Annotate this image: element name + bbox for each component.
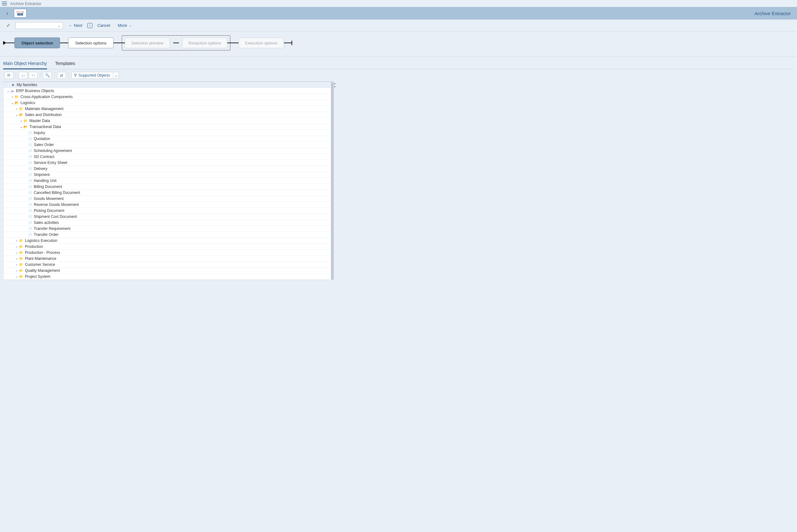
tree-leaf-picking-doc[interactable]: 📄Picking Document [3, 208, 334, 214]
filter-combo[interactable]: ∇Supported Objects ⌄ [71, 72, 119, 79]
more-button[interactable]: More ⌄ [115, 23, 134, 28]
check-icon[interactable]: ✓ [6, 22, 11, 28]
wizard-train: Object selection Selection options Selec… [0, 32, 797, 56]
expand-icon[interactable]: › [15, 275, 19, 279]
tree-leaf-handling-unit[interactable]: 📄Handling Unit [3, 178, 334, 184]
train-connector [60, 42, 68, 43]
collapse-icon[interactable]: ⌄ [11, 101, 14, 105]
doc-icon: 📄 [27, 155, 33, 159]
doc-icon: 📄 [27, 179, 33, 183]
top-bar: Archive Extractor [0, 0, 797, 7]
tab-main-hierarchy[interactable]: Main Object Hierarchy [3, 61, 47, 69]
tree-leaf-shipment-cost[interactable]: 📄Shipment Cost Document [3, 214, 334, 220]
tree-leaf-transfer-req[interactable]: 📄Transfer Requirement [3, 226, 334, 232]
tree-leaf-sd-contract[interactable]: 📄SD Contract [3, 154, 334, 160]
action-bar: ✓ ⌄ → Next i Cancel More ⌄ [0, 20, 797, 32]
layout-button[interactable]: ⇄ [57, 72, 66, 79]
expand-all-button[interactable]: ↓↓ [19, 72, 27, 79]
step-redaction-options: Redaction options [182, 38, 227, 48]
folder-icon: 📁 [19, 263, 24, 267]
tree-leaf-sales-activities[interactable]: 📄Sales activities [3, 220, 334, 226]
tree-node-sd[interactable]: ⌄ 📂 Sales and Distribution [3, 112, 334, 118]
tree-node-production-proc[interactable]: › 📁 Production - Process [3, 250, 334, 256]
tree-leaf-shipment[interactable]: 📄Shipment [3, 172, 334, 178]
step-object-selection[interactable]: Object selection [15, 38, 60, 48]
doc-icon: 📄 [27, 137, 33, 141]
expand-icon[interactable]: › [15, 245, 19, 248]
tree-node-quality-mgmt[interactable]: › 📁 Quality Management [3, 268, 334, 274]
train-end-icon [292, 41, 292, 45]
tree-node-erp[interactable]: ⌄ 🗂 ERP Business Objects [3, 88, 334, 94]
tree-node-logistics[interactable]: ⌄ 📂 Logistics [3, 100, 334, 106]
page-title: Archive Extractor [755, 11, 791, 16]
tree-node-project-system[interactable]: › 📁 Project System [3, 274, 334, 280]
cancel-button[interactable]: Cancel [95, 23, 113, 28]
next-button[interactable]: → Next [65, 23, 85, 28]
tree-leaf-goods-movement[interactable]: 📄Goods Movement [3, 196, 334, 202]
tree-scrollbar[interactable] [331, 82, 334, 280]
back-button[interactable]: ‹ [6, 10, 8, 17]
tree-node-logistics-exec[interactable]: › 📁 Logistics Execution [3, 238, 334, 244]
step-selection-options[interactable]: Selection options [68, 38, 114, 48]
tree-node-mm[interactable]: › 📁 Materials Management [3, 106, 334, 112]
transaction-field[interactable] [16, 22, 62, 29]
tree-node-production[interactable]: › 📁 Production [3, 244, 334, 250]
expand-icon[interactable]: › [19, 119, 23, 123]
tree-node-favorites[interactable]: ★ My favorites [3, 82, 334, 88]
transaction-input[interactable]: ⌄ [16, 22, 63, 29]
folder-icon: 📁 [19, 257, 24, 261]
optional-steps-group: Selection preview Redaction options [122, 35, 230, 51]
tree-leaf-sales-order[interactable]: 📄Sales Order [3, 142, 334, 148]
expand-icon[interactable]: › [15, 263, 19, 266]
tree-leaf-quotation[interactable]: 📄Quotation [3, 136, 334, 142]
train-connector [230, 42, 239, 43]
folder-icon: 📁 [23, 119, 28, 123]
logo-bottom: LABS [17, 13, 23, 16]
tree-toolbar: ⟳ ↓↓ ↑↑ 🔍 ⇄ ∇Supported Objects ⌄ [3, 69, 334, 82]
more-label: More [118, 23, 127, 28]
tab-strip: Main Object Hierarchy Templates [3, 61, 794, 69]
filter-icon: ∇ [74, 73, 77, 78]
tree-node-master-data[interactable]: › 📁 Master Data [3, 118, 334, 124]
collapse-icon[interactable]: ⌄ [15, 113, 19, 117]
train-start-icon [3, 41, 6, 45]
tree-node-trans-data[interactable]: ⌄ 📂 Transactional Data [3, 124, 334, 130]
logo-top: EPI-USE [16, 11, 24, 13]
tree-leaf-scheduling-agreement[interactable]: 📄Scheduling Agreement [3, 148, 334, 154]
folder-icon: 📁 [19, 275, 24, 279]
tree-leaf-cancelled-billing[interactable]: 📄Cancelled Billing Document [3, 190, 334, 196]
tree-leaf-service-entry[interactable]: 📄Service Entry Sheet [3, 160, 334, 166]
star-icon: ★ [11, 83, 16, 87]
tree-leaf-transfer-order[interactable]: 📄Transfer Order [3, 232, 334, 238]
menu-icon[interactable] [2, 1, 7, 6]
collapse-icon[interactable]: ⌄ [6, 89, 10, 93]
tree-leaf-inquiry[interactable]: 📄Inquiry [3, 130, 334, 136]
tree-node-plant-maint[interactable]: › 📁 Plant Maintenance [3, 256, 334, 262]
expand-icon[interactable]: › [15, 257, 19, 261]
doc-icon: 📄 [27, 143, 33, 147]
tree-leaf-billing-doc[interactable]: 📄Billing Document [3, 184, 334, 190]
expand-icon[interactable]: › [15, 251, 19, 254]
tree-node-cust-service[interactable]: › 📁 Customer Service [3, 262, 334, 268]
folder-icon: 📁 [19, 107, 24, 111]
expand-icon[interactable]: › [15, 269, 19, 272]
info-icon[interactable]: i [87, 23, 92, 28]
chevron-down-icon[interactable]: ⌄ [113, 72, 119, 78]
step-execution-options: Execution options [239, 38, 284, 48]
collapse-all-button[interactable]: ↑↑ [29, 72, 38, 79]
refresh-button[interactable]: ⟳ [4, 72, 13, 79]
tab-templates[interactable]: Templates [55, 61, 75, 69]
folder-icon: 📁 [19, 245, 24, 249]
tree-leaf-reverse-goods[interactable]: 📄Reverse Goods Movement [3, 202, 334, 208]
expand-icon[interactable]: › [11, 95, 14, 99]
tree-node-cross-app[interactable]: › 📁 Cross-Application Components [3, 94, 334, 100]
tree-leaf-delivery[interactable]: 📄Delivery [3, 166, 334, 172]
doc-icon: 📄 [27, 173, 33, 176]
expand-icon[interactable]: › [15, 107, 19, 111]
find-button[interactable]: 🔍 [43, 72, 52, 79]
collapse-icon[interactable]: ⌄ [19, 125, 23, 129]
next-label: Next [74, 23, 82, 28]
expand-icon[interactable]: › [15, 239, 19, 243]
tree-scroll-arrows[interactable]: ▲▼ [334, 82, 336, 88]
doc-icon: 📄 [27, 233, 33, 236]
